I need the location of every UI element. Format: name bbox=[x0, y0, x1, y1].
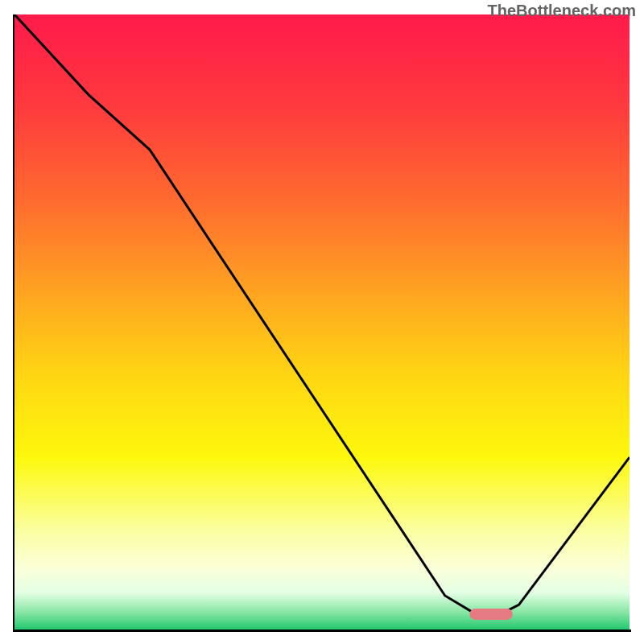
watermark-text: TheBottleneck.com bbox=[488, 2, 636, 20]
chart-plot-area bbox=[14, 14, 630, 630]
chart-svg bbox=[14, 14, 630, 630]
bottleneck-curve bbox=[14, 14, 630, 614]
optimal-marker bbox=[469, 609, 512, 620]
x-axis-line bbox=[13, 630, 631, 632]
